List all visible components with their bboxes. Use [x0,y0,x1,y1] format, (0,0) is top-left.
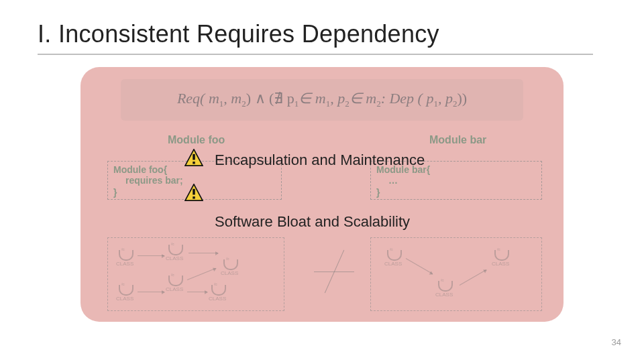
class-node: ≈CLASS [209,282,238,305]
diagram-left: ≈CLASS ≈CLASS ≈CLASS ≈CLASS ≈CLASS ≈CLAS… [107,237,284,311]
svg-rect-1 [193,154,195,160]
formula-box: Req( m1, m2) ∧ (∄ p1∈ m1, p2∈ m2: Dep ( … [121,79,523,121]
module-foo-header: Module foo [168,134,225,146]
no-dependency-icon [314,241,354,302]
arrow-icon [138,292,164,292]
diagram-right: ≈CLASS ≈CLASS ≈CLASS [370,237,542,311]
arrow-icon [460,269,486,286]
caption-bloat: Software Bloat and Scalability [215,213,410,231]
class-node: ≈CLASS [435,278,465,301]
arrow-icon [138,255,164,256]
arrow-icon [189,253,218,253]
formula-text: Req( m1, m2) ∧ (∄ p1∈ m1, p2∈ m2: Dep ( … [177,90,467,109]
module-bar-header: Module bar [429,134,486,146]
class-node: ≈CLASS [221,257,250,280]
svg-rect-2 [193,162,195,164]
class-node: ≈CLASS [116,282,146,305]
slide-title: I. Inconsistent Requires Dependency [38,20,439,48]
code-line: … [376,175,536,186]
code-line: } [376,187,380,198]
slide: I. Inconsistent Requires Dependency Req(… [0,0,644,362]
title-divider [38,54,593,55]
warning-icon [184,184,203,201]
caption-encapsulation: Encapsulation and Maintenance [215,152,425,169]
content-panel: Req( m1, m2) ∧ (∄ p1∈ m1, p2∈ m2: Dep ( … [80,67,564,322]
code-line: } [113,187,117,198]
svg-rect-5 [193,196,195,198]
class-node: ≈CLASS [166,242,195,265]
page-number: 34 [612,337,621,347]
class-node: ≈CLASS [116,247,146,270]
class-node: ≈CLASS [492,247,521,270]
arrow-icon [187,292,207,292]
svg-rect-4 [193,189,195,195]
warning-icon [184,149,203,166]
class-node: ≈CLASS [384,247,414,270]
